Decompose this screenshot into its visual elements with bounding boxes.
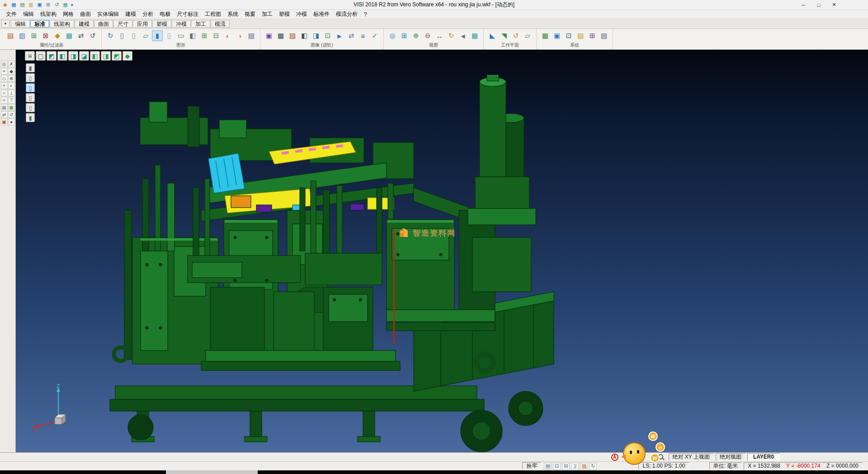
- right-view-cube-icon[interactable]: ◪: [79, 51, 89, 61]
- display-mode-icon[interactable]: ▢: [36, 51, 46, 61]
- view-orientation-label[interactable]: 绝对 XY 上视图: [669, 453, 714, 461]
- menu-item[interactable]: 电极: [156, 9, 174, 19]
- background-icon[interactable]: ▨: [246, 30, 257, 41]
- magnify-icon[interactable]: ◎: [1, 61, 8, 67]
- pan-icon[interactable]: ↔: [434, 30, 445, 41]
- redraw-icon[interactable]: ↻: [105, 30, 116, 41]
- maximize-button[interactable]: □: [811, 0, 826, 9]
- section-view-icon[interactable]: ◧: [187, 30, 198, 41]
- cube-shade-icon[interactable]: ⊟: [211, 30, 222, 41]
- compare-icon[interactable]: ⇄: [346, 30, 357, 41]
- left-view-cube-icon[interactable]: ◧: [90, 51, 100, 61]
- menu-item[interactable]: 系统: [224, 9, 241, 19]
- print-icon[interactable]: ⊞: [44, 1, 52, 9]
- menu-item[interactable]: 网格: [60, 9, 77, 19]
- copy-attributes-icon[interactable]: ▥: [17, 30, 28, 41]
- delete-icon[interactable]: ✗: [8, 61, 15, 67]
- menu-item[interactable]: 线架构: [37, 9, 60, 19]
- tab-die[interactable]: 冲模: [172, 20, 191, 28]
- query-icon[interactable]: ?: [8, 97, 15, 104]
- shaded-view-icon[interactable]: ▮: [152, 30, 163, 41]
- menu-item[interactable]: ?: [361, 10, 370, 19]
- close-button[interactable]: ✕: [826, 0, 842, 9]
- menu-item[interactable]: 尺寸标注: [174, 9, 202, 19]
- snap-center-icon[interactable]: ⊕: [8, 75, 15, 82]
- tab-standard[interactable]: 标准: [30, 20, 49, 28]
- reflection-icon[interactable]: ◨: [311, 30, 321, 41]
- menu-item[interactable]: 标准件: [310, 9, 333, 19]
- minimize-button[interactable]: ─: [796, 0, 811, 9]
- dashed-view-icon[interactable]: ▱: [140, 30, 151, 41]
- dynamic-view-icon[interactable]: ◆: [123, 51, 132, 61]
- cad-model-3d[interactable]: [97, 75, 585, 452]
- tab-surface[interactable]: 曲面: [94, 20, 113, 28]
- snap-perpendicular-icon[interactable]: ⊥: [8, 90, 15, 96]
- absolute-view-label[interactable]: 绝对视图: [716, 453, 745, 461]
- tab-machining[interactable]: 加工: [191, 20, 210, 28]
- quickbar-more-arrow[interactable]: ▾: [69, 3, 75, 7]
- menu-item[interactable]: 建模: [122, 9, 139, 19]
- select-all-icon[interactable]: ▮: [26, 113, 35, 122]
- attributes-icon[interactable]: ▤: [5, 30, 16, 41]
- point-display-icon[interactable]: ●: [8, 118, 15, 125]
- snapshot-icon[interactable]: ⊡: [322, 30, 333, 41]
- menu-item[interactable]: 视窗: [241, 9, 259, 19]
- transparent-view-icon[interactable]: ▭: [175, 30, 186, 41]
- tab-mold[interactable]: 塑模: [152, 20, 171, 28]
- view-menu-icon[interactable]: ≡: [25, 51, 35, 61]
- workplane-align-icon[interactable]: ◥: [499, 30, 509, 41]
- snap-end-icon[interactable]: ◆: [8, 68, 15, 75]
- animation-icon[interactable]: ►: [334, 30, 345, 41]
- menu-item[interactable]: 加工: [259, 9, 276, 19]
- select-wires-icon[interactable]: ▯: [26, 93, 35, 102]
- render-icon[interactable]: ▣: [264, 30, 274, 41]
- reset-filter-icon[interactable]: ↺: [87, 30, 98, 41]
- workplane-icon[interactable]: ◣: [487, 30, 498, 41]
- tab-dimension[interactable]: 尺寸: [113, 20, 132, 28]
- selection-filter-icon[interactable]: ◆: [52, 30, 63, 41]
- select-points-icon[interactable]: ▯: [26, 103, 35, 112]
- attributes-panel-icon[interactable]: ▤: [1, 104, 8, 111]
- front-view-cube-icon[interactable]: ◨: [68, 51, 78, 61]
- snap-tangent-icon[interactable]: ○: [1, 90, 8, 96]
- workspace-icon[interactable]: ▦: [10, 1, 18, 9]
- menu-item[interactable]: 模流分析: [333, 9, 361, 19]
- workplane-rotate-icon[interactable]: ↺: [510, 30, 521, 41]
- annotation-a-icon[interactable]: A: [611, 454, 618, 461]
- macro-icon[interactable]: ⊞: [587, 30, 598, 41]
- new-file-icon[interactable]: ▤: [19, 1, 26, 9]
- menu-item[interactable]: 工程图: [202, 9, 224, 19]
- save-view-icon[interactable]: ▤: [544, 463, 552, 470]
- filter-unlink-icon[interactable]: ⊠: [40, 30, 51, 41]
- filter-link-icon[interactable]: ⊞: [28, 30, 39, 41]
- menu-item[interactable]: 编辑: [20, 9, 37, 19]
- shadow-icon[interactable]: ◧: [299, 30, 310, 41]
- menu-item[interactable]: 文件: [3, 9, 20, 19]
- tab-flow[interactable]: 模流: [211, 20, 230, 28]
- texture-icon[interactable]: ▨: [287, 30, 298, 41]
- save-icon[interactable]: ▣: [36, 1, 43, 9]
- render-toggle-icon[interactable]: ▣: [1, 118, 8, 125]
- tab-modeling[interactable]: 建模: [75, 20, 94, 28]
- material-icon[interactable]: ◐: [222, 30, 233, 41]
- printer-icon[interactable]: ⊟: [562, 463, 570, 470]
- 3d-viewport[interactable]: ≡▢◩◧◨◪◧◨◩◆ ▮▯▯▯▯▮: [16, 50, 868, 452]
- open-file-icon[interactable]: ▥: [27, 1, 35, 9]
- bottom-view-cube-icon[interactable]: ◩: [112, 51, 122, 61]
- swap-filter-icon[interactable]: ⇄: [75, 30, 86, 41]
- wireframe-view-icon[interactable]: ▯: [117, 30, 127, 41]
- zoom-out-icon[interactable]: ⊖: [422, 30, 433, 41]
- snap-point-icon[interactable]: +: [1, 68, 8, 75]
- menu-item[interactable]: 冲模: [293, 9, 310, 19]
- cube-edges-icon[interactable]: ⊞: [199, 30, 210, 41]
- undo-icon[interactable]: ↺: [53, 1, 61, 9]
- select-edges-icon[interactable]: ▯: [26, 83, 35, 92]
- refresh-status-icon[interactable]: ↻: [589, 463, 597, 470]
- workplane-reset-icon[interactable]: ▱: [522, 30, 533, 41]
- swap-view-icon[interactable]: ⇄: [1, 111, 8, 118]
- layer-count-icon[interactable]: 2: [571, 463, 579, 470]
- top-view-cube-icon[interactable]: ◧: [57, 51, 67, 61]
- system-options-icon[interactable]: ⊡: [563, 30, 574, 41]
- tab-edit[interactable]: 编辑: [11, 20, 30, 28]
- snap-mid-icon[interactable]: ◇: [1, 75, 8, 82]
